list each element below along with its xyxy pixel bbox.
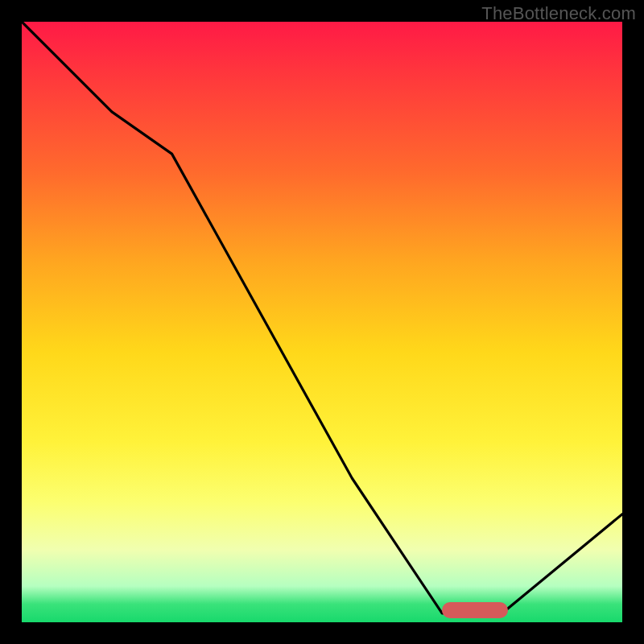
plot-area (22, 22, 622, 622)
bottleneck-curve (22, 22, 622, 613)
curve-layer (22, 22, 622, 622)
optimal-range-marker (442, 602, 508, 618)
chart-canvas: TheBottleneck.com (0, 0, 644, 644)
